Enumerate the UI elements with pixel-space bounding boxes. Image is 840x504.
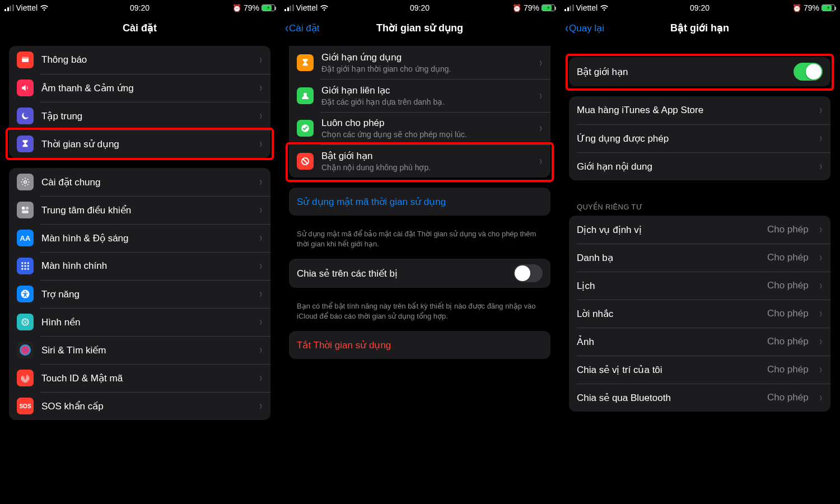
home-screen-icon xyxy=(17,258,34,274)
list-item[interactable]: Dịch vụ định vịCho phép› xyxy=(569,216,830,244)
carrier-label: Viettel xyxy=(576,3,598,12)
nav-bar: ‹ Quay lại Bật giới hạn xyxy=(560,16,839,40)
wifi-icon xyxy=(600,4,609,11)
wallpaper-icon xyxy=(17,314,34,330)
item-label: Touch ID & Mật mã xyxy=(41,372,251,384)
svg-point-24 xyxy=(23,320,24,321)
accessibility-icon xyxy=(17,286,34,302)
list-item[interactable]: Siri & Tìm kiếm› xyxy=(9,336,270,364)
item-label: Bật giới hạn xyxy=(321,150,531,162)
restrictions-list[interactable]: Bật giới hạn Mua hàng iTunes & App Store… xyxy=(560,40,839,504)
list-item[interactable]: ẢnhCho phép› xyxy=(569,328,830,356)
list-item[interactable]: Luôn cho phépChọn các ứng dụng sẽ cho ph… xyxy=(289,112,550,144)
page-title: Cài đặt xyxy=(123,22,157,34)
list-item[interactable]: SOSSOS khẩn cấp› xyxy=(9,392,270,420)
chevron-right-icon: › xyxy=(259,53,262,67)
battery-pct: 79% xyxy=(804,3,819,12)
list-item[interactable]: Mua hàng iTunes & App Store› xyxy=(569,96,830,124)
list-item[interactable]: Giới hạn ứng dụngĐặt giới hạn thời gian … xyxy=(289,46,550,79)
list-item[interactable]: Danh bạCho phép› xyxy=(569,244,830,272)
item-sublabel: Chọn các ứng dụng sẽ cho phép mọi lúc. xyxy=(321,130,531,139)
alarm-icon: ⏰ xyxy=(792,4,801,12)
svg-point-19 xyxy=(27,321,28,323)
svg-rect-1 xyxy=(22,57,29,59)
list-item[interactable]: Lời nhắcCho phép› xyxy=(569,300,830,328)
item-sublabel: Đặt các giới hạn dựa trên danh bạ. xyxy=(321,97,531,106)
settings-list[interactable]: Thông báo›Âm thanh & Cảm ứng›Tập trung›T… xyxy=(0,40,279,504)
chevron-right-icon: › xyxy=(259,81,262,95)
svg-rect-12 xyxy=(27,262,29,264)
list-item[interactable]: Trung tâm điều khiển› xyxy=(9,196,270,224)
nav-bar: ‹ Cài đặt Thời gian sử dụng xyxy=(280,16,559,40)
svg-point-21 xyxy=(25,324,26,325)
page-title: Thời gian sử dụng xyxy=(376,22,463,34)
turn-off-screentime-button[interactable]: Tắt Thời gian sử dụng xyxy=(289,331,550,359)
screen-content-restrictions: Viettel 09:20 ⏰ 79% ⚡︎ ‹ Quay lại Bật gi… xyxy=(560,0,840,504)
svg-point-28 xyxy=(21,375,29,382)
chevron-right-icon: › xyxy=(259,175,262,189)
chevron-right-icon: › xyxy=(819,362,822,377)
turn-off-label: Tắt Thời gian sử dụng xyxy=(297,339,543,351)
item-label: SOS khẩn cấp xyxy=(41,400,251,412)
list-item[interactable]: Màn hình chính› xyxy=(9,252,270,280)
enable-restrictions-row[interactable]: Bật giới hạn xyxy=(569,57,830,86)
carrier-label: Viettel xyxy=(16,3,38,12)
item-sublabel: Đặt giới hạn thời gian cho ứng dụng. xyxy=(321,64,531,73)
list-item[interactable]: Cài đặt chung› xyxy=(9,168,270,196)
passcode-label: Sử dụng mật mã thời gian sử dụng xyxy=(297,196,543,208)
list-item[interactable]: Âm thanh & Cảm ứng› xyxy=(9,74,270,102)
list-item[interactable]: Ứng dụng được phép› xyxy=(569,124,830,152)
item-label: Màn hình & Độ sáng xyxy=(41,232,251,244)
list-item[interactable]: Chia sẻ vị trí của tôiCho phép› xyxy=(569,356,830,384)
list-item[interactable]: AAMàn hình & Độ sáng› xyxy=(9,224,270,252)
list-item[interactable]: Bật giới hạnChặn nội dung không phù hợp.… xyxy=(289,144,550,178)
svg-rect-7 xyxy=(21,265,23,267)
back-label: Quay lại xyxy=(569,22,604,34)
list-item[interactable]: LịchCho phép› xyxy=(569,272,830,300)
page-title: Bật giới hạn xyxy=(670,22,729,34)
list-item[interactable]: Thông báo› xyxy=(9,46,270,74)
svg-rect-5 xyxy=(22,211,29,213)
list-item[interactable]: Hình nền› xyxy=(9,308,270,336)
svg-point-2 xyxy=(24,181,27,184)
item-label: Giới hạn liên lạc xyxy=(321,85,531,96)
item-value: Cho phép xyxy=(767,224,809,235)
list-item[interactable]: Trợ năng› xyxy=(9,280,270,308)
svg-rect-14 xyxy=(27,268,29,270)
screentime-list[interactable]: Giới hạn ứng dụngĐặt giới hạn thời gian … xyxy=(280,40,559,504)
list-item[interactable]: Touch ID & Mật mã› xyxy=(9,364,270,392)
touchid-icon xyxy=(17,370,34,386)
passcode-hint: Sử dụng mật mã để bảo mật cài đặt Thời g… xyxy=(289,226,550,249)
status-bar: Viettel 09:20 ⏰ 79% ⚡︎ xyxy=(0,0,279,16)
item-label: Ứng dụng được phép xyxy=(577,133,811,144)
chevron-right-icon: › xyxy=(259,315,262,329)
svg-line-35 xyxy=(303,158,308,164)
svg-point-16 xyxy=(25,291,26,293)
back-button[interactable]: ‹ Cài đặt xyxy=(284,21,319,35)
hourglass-icon xyxy=(297,54,314,71)
back-button[interactable]: ‹ Quay lại xyxy=(564,21,604,35)
chevron-right-icon: › xyxy=(539,88,542,103)
share-toggle[interactable] xyxy=(514,264,543,282)
enable-restrictions-toggle[interactable] xyxy=(794,63,823,81)
item-label: Dịch vụ định vị xyxy=(577,224,759,236)
battery-icon: ⚡︎ xyxy=(262,4,275,11)
item-label: Chia sẻ vị trí của tôi xyxy=(577,364,759,376)
use-screentime-passcode-button[interactable]: Sử dụng mật mã thời gian sử dụng xyxy=(289,188,550,216)
item-label: Luôn cho phép xyxy=(321,118,531,129)
display-icon: AA xyxy=(17,230,34,246)
list-item[interactable]: Chia sẻ qua BluetoothCho phép› xyxy=(569,384,830,412)
item-label: Mua hàng iTunes & App Store xyxy=(577,105,811,116)
list-item[interactable]: Giới hạn liên lạcĐặt các giới hạn dựa tr… xyxy=(289,79,550,112)
list-item[interactable]: Giới hạn nội dung› xyxy=(569,152,830,180)
list-item[interactable]: Tập trung› xyxy=(9,102,270,130)
signal-icon xyxy=(284,4,294,11)
carrier-label: Viettel xyxy=(296,3,318,12)
list-item[interactable]: Thời gian sử dụng› xyxy=(9,130,270,158)
item-value: Cho phép xyxy=(767,364,809,375)
share-across-devices-row[interactable]: Chia sẻ trên các thiết bị xyxy=(289,259,550,288)
enable-restrictions-label: Bật giới hạn xyxy=(577,66,786,78)
chevron-right-icon: › xyxy=(819,222,822,237)
alarm-icon: ⏰ xyxy=(232,4,241,12)
battery-icon: ⚡︎ xyxy=(542,4,555,11)
